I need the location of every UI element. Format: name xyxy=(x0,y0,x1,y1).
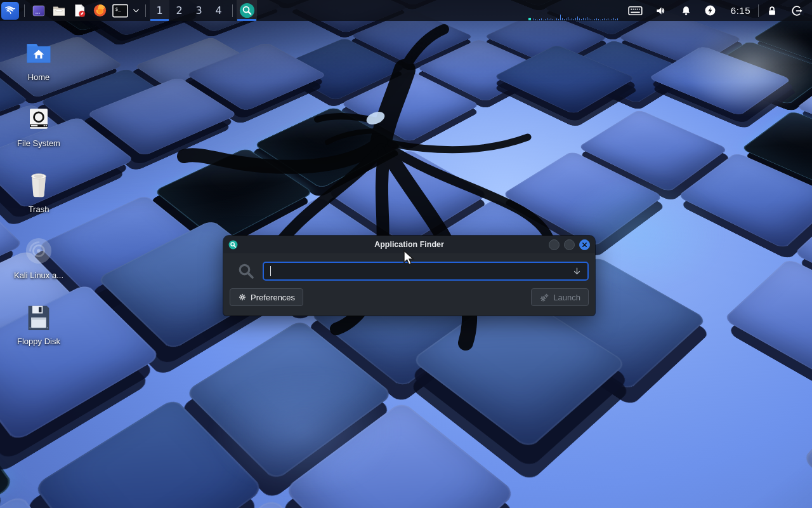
graph-bar xyxy=(594,19,595,20)
window-title: Application Finder xyxy=(223,240,595,249)
volume-icon xyxy=(655,4,668,17)
terminal-launcher[interactable]: $_ xyxy=(110,0,130,21)
graph-bar xyxy=(535,19,536,20)
graph-bar xyxy=(598,19,599,20)
volume-control-button[interactable] xyxy=(655,4,668,17)
graph-bar xyxy=(554,20,555,20)
minimize-button[interactable] xyxy=(549,239,560,250)
desktop-icon-column: HomeFile SystemTrashKali Linux a...Flopp… xyxy=(1,33,76,363)
graph-bar xyxy=(591,19,591,20)
graph-bar xyxy=(537,20,538,20)
graph-bar xyxy=(587,17,587,20)
power-manager-button[interactable] xyxy=(704,4,716,17)
launcher-menu-arrow[interactable] xyxy=(130,0,141,21)
maximize-button[interactable] xyxy=(564,239,575,250)
graph-bar xyxy=(545,19,546,20)
firefox-icon xyxy=(93,3,107,18)
svg-text:$_: $_ xyxy=(115,6,121,12)
graph-bar xyxy=(593,20,593,20)
search-input[interactable] xyxy=(263,262,589,281)
graph-bar xyxy=(615,19,616,20)
panel-separator xyxy=(24,4,25,17)
application-finder-window: Application Finder Preferences xyxy=(223,236,595,316)
terminal-icon: $_ xyxy=(112,4,128,18)
desktop-icon-trash[interactable]: Trash xyxy=(1,165,76,231)
terminal-window-icon xyxy=(31,3,46,18)
graph-bar xyxy=(617,18,618,20)
desktop-icon-floppy-disk[interactable]: Floppy Disk xyxy=(1,297,76,363)
graph-bar xyxy=(566,18,566,20)
notifications-button[interactable] xyxy=(680,4,692,17)
graph-bar xyxy=(568,17,568,20)
graph-bar xyxy=(556,18,557,20)
logout-icon xyxy=(790,4,803,17)
preferences-label: Preferences xyxy=(251,293,295,302)
graph-bar xyxy=(585,18,586,20)
window-titlebar[interactable]: Application Finder xyxy=(223,236,595,253)
graph-bar xyxy=(581,19,582,20)
lock-screen-button[interactable] xyxy=(766,4,778,17)
applications-menu-button[interactable] xyxy=(0,0,20,21)
wallpaper-cube xyxy=(723,258,812,394)
graph-bar xyxy=(579,18,580,20)
desktop-icon-label: Kali Linux a... xyxy=(14,271,63,280)
close-button[interactable] xyxy=(579,239,590,250)
bell-icon xyxy=(680,4,692,17)
desktop-icon-file-system[interactable]: File System xyxy=(1,99,76,165)
preferences-button[interactable]: Preferences xyxy=(230,288,303,306)
launch-button[interactable]: Launch xyxy=(531,288,589,306)
desktop-icon-label: Floppy Disk xyxy=(17,337,60,346)
desktop-icon-home[interactable]: Home xyxy=(1,33,76,99)
keyboard-indicator-button[interactable] xyxy=(628,5,643,17)
app-finder-icon xyxy=(228,240,238,250)
app-finder-icon xyxy=(239,3,255,18)
desktop-icon-label: Trash xyxy=(29,204,49,214)
text-editor-launcher[interactable] xyxy=(69,0,89,21)
desktop-icon-label: Home xyxy=(28,72,50,82)
workspace-4[interactable]: 4 xyxy=(209,0,228,21)
graph-bar xyxy=(589,18,589,20)
graph-bar xyxy=(604,18,605,20)
graph-bar xyxy=(608,18,608,20)
graph-bar xyxy=(577,17,578,20)
graph-bar xyxy=(602,19,603,20)
log-out-button[interactable] xyxy=(790,4,803,17)
wallpaper-cube xyxy=(502,150,664,247)
graph-bar xyxy=(572,18,572,20)
graph-bar xyxy=(564,19,565,20)
wallpaper-cube xyxy=(34,398,265,508)
home-folder-icon xyxy=(25,37,53,69)
workspace-3[interactable]: 3 xyxy=(189,0,209,21)
graph-bar xyxy=(562,18,563,20)
graph-bar xyxy=(547,18,547,20)
floppy-disk-icon xyxy=(26,301,51,333)
app-finder-launcher[interactable] xyxy=(237,0,257,21)
wallpaper-cube xyxy=(415,121,564,204)
launch-label: Launch xyxy=(553,293,580,302)
wallpaper-cube xyxy=(691,505,812,508)
keyboard-icon xyxy=(628,5,643,17)
power-manager-icon xyxy=(704,4,716,17)
cube-pattern xyxy=(0,0,812,269)
graph-bar xyxy=(541,18,542,20)
file-system-icon xyxy=(25,103,52,135)
system-monitor-graph[interactable] xyxy=(528,0,619,21)
gear-icon xyxy=(238,293,247,302)
web-browser-launcher[interactable] xyxy=(89,0,110,21)
kali-docs-icon xyxy=(24,235,53,267)
graph-bar xyxy=(551,18,551,20)
graph-bar xyxy=(600,20,601,20)
terminal-emulator-launcher[interactable] xyxy=(29,0,49,21)
graph-bar xyxy=(583,18,584,20)
workspace-1[interactable]: 1 xyxy=(150,0,169,21)
workspace-2[interactable]: 2 xyxy=(169,0,189,21)
panel-separator xyxy=(145,4,146,17)
lock-icon xyxy=(766,4,778,17)
clock[interactable]: 6:15 xyxy=(731,5,750,16)
file-manager-launcher[interactable] xyxy=(49,0,69,21)
desktop-icon-kali-linux-a[interactable]: Kali Linux a... xyxy=(1,231,76,297)
graph-bar xyxy=(558,19,559,20)
graph-bar xyxy=(549,19,549,20)
arrow-down-icon[interactable] xyxy=(572,266,582,277)
graph-bar xyxy=(596,18,597,20)
